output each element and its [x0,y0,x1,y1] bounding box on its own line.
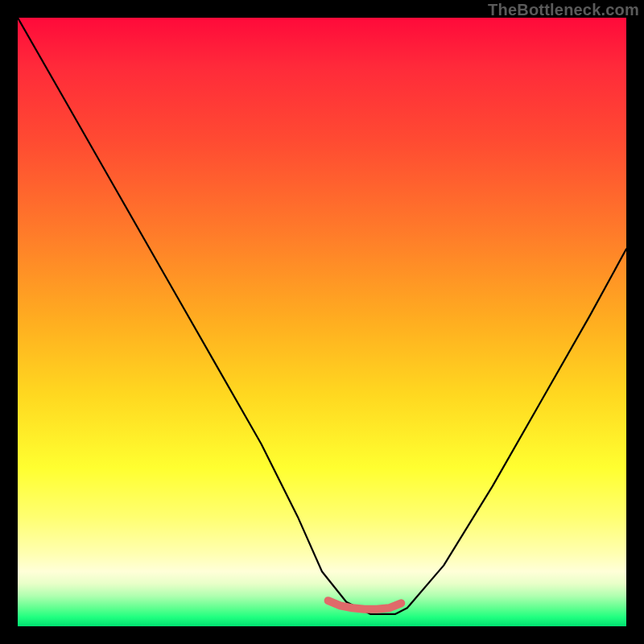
background-gradient [18,18,626,626]
chart-frame: TheBottleneck.com [0,0,644,644]
attribution-label: TheBottleneck.com [488,1,639,19]
plot-area [18,18,626,626]
